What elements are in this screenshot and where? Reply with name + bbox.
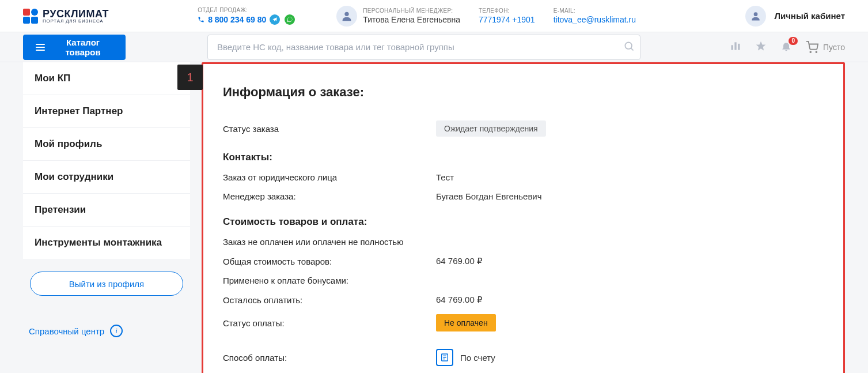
notification-badge: 0 — [789, 37, 798, 45]
manager-avatar-icon — [336, 6, 357, 27]
sidebar-item-label: Претензии — [35, 204, 86, 215]
cart-icon — [806, 41, 818, 54]
svg-rect-1 — [31, 9, 38, 16]
payment-status-label: Статус оплаты: — [223, 318, 436, 328]
stats-icon[interactable] — [730, 40, 741, 54]
telegram-icon[interactable] — [270, 14, 280, 25]
account-link[interactable]: Личный кабинет — [774, 11, 845, 21]
whatsapp-icon[interactable] — [285, 14, 295, 25]
total-cost-value: 64 769.00 ₽ — [436, 256, 483, 266]
sidebar-item-tools[interactable]: Инструменты монтажника — [23, 227, 190, 259]
logo-icon — [23, 9, 38, 24]
sidebar-item-label: Мои КП — [35, 73, 70, 84]
payment-method-label: Способ оплаты: — [223, 353, 436, 363]
email-label: E-MAIL: — [554, 7, 636, 14]
svg-point-11 — [810, 51, 811, 52]
sales-phone-link[interactable]: 8 800 234 69 80 — [198, 14, 295, 25]
catalog-button[interactable]: Каталог товаров — [23, 35, 126, 60]
sidebar-item-label: Инструменты монтажника — [35, 237, 162, 248]
cart-block[interactable]: Пусто — [806, 41, 845, 54]
user-avatar-icon — [745, 6, 766, 27]
logo-title: РУСКЛИМАТ — [43, 9, 109, 19]
favorites-icon[interactable] — [755, 40, 767, 54]
manager-label: ПЕРСОНАЛЬНЫЙ МЕНЕДЖЕР: — [363, 7, 460, 14]
svg-point-12 — [816, 51, 817, 52]
sidebar: 1 Мои КП Интернет Партнер Мой профиль Мо… — [23, 62, 190, 337]
cart-label: Пусто — [823, 43, 845, 52]
help-center-label: Справочный центр — [29, 326, 104, 336]
manager-name: Титова Елена Евгеньевна — [363, 15, 460, 24]
svg-point-6 — [625, 42, 632, 49]
status-label: Статус заказа — [223, 124, 436, 134]
search-input[interactable] — [207, 35, 640, 60]
svg-rect-0 — [23, 9, 30, 16]
svg-rect-10 — [738, 43, 740, 50]
sidebar-item-claims[interactable]: Претензии — [23, 194, 190, 227]
search-icon[interactable] — [623, 40, 635, 54]
sales-dept-label: ОТДЕЛ ПРОДАЖ: — [198, 7, 295, 13]
email-block: E-MAIL: titova_ee@rusklimat.ru — [554, 7, 636, 24]
sidebar-item-profile[interactable]: Мой профиль — [23, 128, 190, 161]
svg-rect-3 — [31, 17, 38, 24]
sidebar-item-label: Мои сотрудники — [35, 171, 113, 182]
order-manager-label: Менеджер заказа: — [223, 191, 436, 201]
svg-rect-2 — [23, 17, 30, 24]
info-icon: i — [110, 325, 123, 337]
notifications-icon[interactable]: 0 — [780, 40, 792, 54]
contacts-header: Контакты: — [223, 141, 824, 168]
svg-point-5 — [754, 12, 758, 16]
order-info-card: Информация о заказе: Статус заказа Ожида… — [202, 62, 845, 373]
logo-subtitle: ПОРТАЛ ДЛЯ БИЗНЕСА — [43, 19, 109, 24]
svg-point-4 — [345, 12, 349, 16]
svg-rect-9 — [734, 42, 736, 50]
paid-note: Заказ не оплачен или оплачен не полность… — [223, 237, 403, 247]
phone-link[interactable]: 7771974 +1901 — [479, 15, 535, 24]
logout-button[interactable]: Выйти из профиля — [30, 272, 183, 296]
step-marker: 1 — [177, 65, 203, 90]
page-title: Информация о заказе: — [223, 85, 824, 100]
catalog-button-label: Каталог товаров — [53, 37, 113, 57]
sidebar-item-employees[interactable]: Мои сотрудники — [23, 161, 190, 194]
sidebar-item-partner[interactable]: Интернет Партнер — [23, 95, 190, 128]
bonus-applied-label: Применено к оплате бонусами: — [223, 276, 436, 285]
remaining-value: 64 769.00 ₽ — [436, 295, 483, 305]
phone-block: ТЕЛЕФОН: 7771974 +1901 — [479, 7, 535, 24]
search-wrapper — [207, 35, 640, 60]
svg-rect-8 — [731, 45, 733, 50]
svg-line-7 — [631, 48, 634, 50]
help-center-link[interactable]: Справочный центр i — [29, 325, 123, 337]
legal-entity-value: Тест — [436, 172, 454, 182]
legal-entity-label: Заказ от юридического лица — [223, 172, 436, 182]
payment-method-value: По счету — [460, 353, 495, 363]
sidebar-item-label: Интернет Партнер — [35, 106, 123, 116]
phone-icon — [198, 16, 204, 23]
sales-phone-number: 8 800 234 69 80 — [208, 15, 266, 24]
cost-header: Стоимость товаров и оплата: — [223, 206, 824, 232]
topbar: РУСКЛИМАТ ПОРТАЛ ДЛЯ БИЗНЕСА ОТДЕЛ ПРОДА… — [0, 0, 868, 32]
logo[interactable]: РУСКЛИМАТ ПОРТАЛ ДЛЯ БИЗНЕСА — [23, 9, 109, 24]
status-badge: Ожидает подтверждения — [436, 120, 546, 137]
sidebar-item-kp[interactable]: Мои КП — [23, 62, 190, 95]
email-link[interactable]: titova_ee@rusklimat.ru — [554, 15, 636, 24]
phone-label: ТЕЛЕФОН: — [479, 7, 535, 14]
manager-block: ПЕРСОНАЛЬНЫЙ МЕНЕДЖЕР: Титова Елена Евге… — [336, 6, 460, 27]
order-manager-value: Бугаев Богдан Евгеньевич — [436, 191, 542, 201]
menu-icon — [36, 44, 45, 51]
payment-status-badge: Не оплачен — [436, 314, 496, 331]
remaining-label: Осталось оплатить: — [223, 295, 436, 305]
invoice-icon — [436, 349, 453, 366]
sales-dept-block: ОТДЕЛ ПРОДАЖ: 8 800 234 69 80 — [198, 7, 295, 25]
total-cost-label: Общая стоимость товаров: — [223, 257, 436, 266]
secondbar: Каталог товаров 0 Пусто — [0, 32, 868, 62]
sidebar-item-label: Мой профиль — [35, 138, 102, 149]
